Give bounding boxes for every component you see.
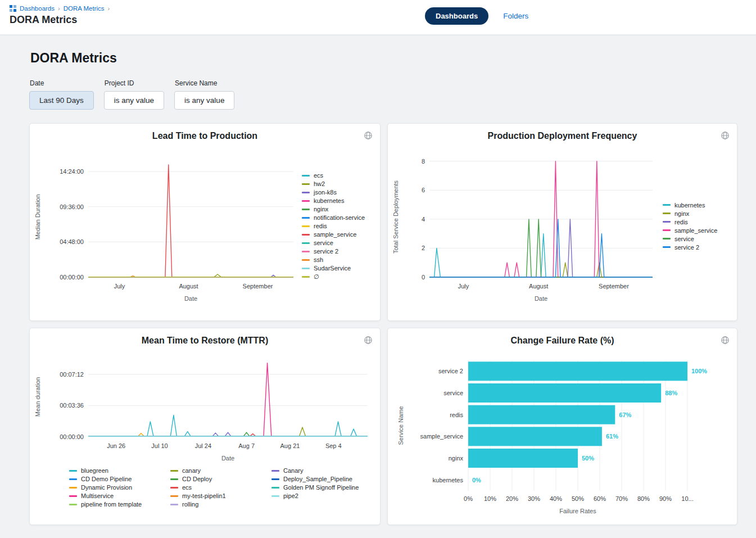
legend-item[interactable]: hw2 [302,180,365,187]
legend-item[interactable]: service 2 [663,244,717,251]
legend-label: pipe2 [283,492,298,499]
dashboards-grid-icon [10,5,16,12]
legend-label: ecs [314,172,323,179]
svg-text:6: 6 [422,187,425,193]
svg-text:0%: 0% [464,495,473,502]
legend-item[interactable]: redis [302,223,365,229]
legend-item[interactable]: ssh [302,256,365,263]
legend-item[interactable]: ecs [302,172,365,179]
legend-swatch [302,251,310,252]
legend-item[interactable]: ∅ [302,273,365,280]
svg-text:09:36:00: 09:36:00 [60,204,84,210]
legend-item[interactable]: my-test-pipelin1 [170,492,255,499]
svg-text:Jul 10: Jul 10 [151,442,168,449]
legend-item[interactable]: notification-service [302,214,365,221]
legend-swatch [663,246,671,248]
cfr-svg: 0%10%20%30%40%50%60%70%80%90%10...servic… [394,346,731,525]
legend-label: redis [314,223,327,229]
svg-text:August: August [179,283,198,290]
legend-item[interactable]: sample_service [663,227,717,234]
legend-item[interactable]: service [302,239,365,246]
legend-item[interactable]: rolling [170,501,255,508]
charts-grid: Lead Time to Production 00:00:0004:48:00… [29,123,737,525]
legend-item[interactable]: Multiservice [69,492,153,499]
legend-label: Deploy_Sample_Pipeline [283,476,352,482]
legend-swatch [663,213,671,214]
legend-item[interactable]: pipeline from template [69,501,153,508]
mttr-chart[interactable]: 00:00:0000:03:3600:07:12Jun 26Jul 10Jul … [32,346,378,466]
filter-service-name: Service Name is any value [174,79,234,110]
deployment-frequency-chart[interactable]: 02468JulyAugustSeptemberDateTotal Servic… [390,141,663,311]
breadcrumb-dashboards[interactable]: Dashboards [20,5,55,12]
svg-text:service 2: service 2 [438,368,463,374]
page-title: DORA Metrics [10,14,747,26]
legend-swatch [302,234,310,236]
legend-item[interactable]: nginx [663,210,717,217]
svg-text:10%: 10% [483,495,496,502]
legend-swatch [302,192,310,193]
legend-item[interactable]: service 2 [302,248,365,255]
svg-text:20%: 20% [505,495,518,502]
svg-text:10...: 10... [681,495,693,502]
breadcrumb-dora-metrics[interactable]: DORA Metrics [64,5,105,12]
globe-icon[interactable] [363,130,374,141]
svg-text:0: 0 [422,274,425,281]
legend-item[interactable]: pipe2 [271,492,359,499]
legend-label: ∅ [314,273,319,280]
legend-label: SudarService [314,265,351,272]
legend-swatch [170,487,178,489]
lead_time-svg: 00:00:0004:48:0009:36:0014:24:00JulyAugu… [32,141,302,311]
legend-item[interactable]: kubernetes [663,202,717,209]
tab-dashboards[interactable]: Dashboards [425,7,488,25]
tab-folders[interactable]: Folders [503,12,528,20]
filter-date-label: Date [30,79,94,87]
top-bar: Dashboards › DORA Metrics › DORA Metrics… [0,0,756,35]
filter-project-id-value[interactable]: is any value [104,91,164,110]
svg-text:Aug 7: Aug 7 [238,442,255,449]
svg-text:30%: 30% [527,495,540,502]
legend-item[interactable]: bluegreen [69,467,153,474]
svg-text:Service Name: Service Name [397,406,404,445]
change-failure-rate-chart[interactable]: 0%10%20%30%40%50%60%70%80%90%10...servic… [394,346,731,525]
change-failure-rate-title: Change Failure Rate (%) [510,336,614,346]
legend-swatch [271,495,279,497]
lead-time-chart[interactable]: 00:00:0004:48:0009:36:0014:24:00JulyAugu… [32,141,302,311]
legend-swatch [302,175,310,177]
svg-text:00:00:00: 00:00:00 [60,433,84,440]
mttr-legend: bluegreenCD Demo PipelineDynamic Provisi… [69,467,378,508]
legend-item[interactable]: redis [663,219,717,225]
deploy_freq-svg: 02468JulyAugustSeptemberDateTotal Servic… [390,141,663,311]
legend-label: json-k8s [314,189,337,196]
legend-item[interactable]: sample_service [302,231,365,238]
svg-text:80%: 80% [637,495,649,502]
deployment-frequency-title: Production Deployment Frequency [488,131,637,141]
legend-label: Golden PM Signoff Pipeline [283,484,359,491]
legend-item[interactable]: service [663,236,717,242]
legend-item[interactable]: Dynamic Provision [69,484,153,491]
filter-service-name-label: Service Name [175,79,234,87]
panel-lead-time: Lead Time to Production 00:00:0004:48:00… [29,123,381,321]
filter-date-value[interactable]: Last 90 Days [29,91,94,110]
legend-item[interactable]: kubernetes [302,197,365,204]
legend-label: Dynamic Provision [81,484,132,491]
legend-item[interactable]: SudarService [302,265,365,272]
globe-icon[interactable] [719,130,731,141]
globe-icon[interactable] [363,334,374,346]
filter-service-name-value[interactable]: is any value [174,91,234,110]
legend-item[interactable]: CD Demo Pipeline [69,476,153,482]
legend-swatch [663,229,671,231]
legend-item[interactable]: nginx [302,206,365,213]
legend-item[interactable]: ecs [170,484,255,491]
legend-item[interactable]: canary [170,467,255,474]
legend-item[interactable]: json-k8s [302,189,365,196]
svg-text:88%: 88% [665,390,677,396]
panel-mttr: Mean Time to Restore (MTTR) 00:00:0000:0… [29,328,381,525]
legend-item[interactable]: Canary [271,467,359,474]
globe-icon[interactable] [719,334,731,346]
legend-item[interactable]: Golden PM Signoff Pipeline [271,484,359,491]
legend-item[interactable]: CD Deploy [170,476,255,482]
legend-item[interactable]: Deploy_Sample_Pipeline [271,476,359,482]
breadcrumb-separator: › [108,5,110,12]
panel-deployment-frequency: Production Deployment Frequency 02468Jul… [387,123,737,321]
svg-text:Mean duration: Mean duration [34,377,41,417]
